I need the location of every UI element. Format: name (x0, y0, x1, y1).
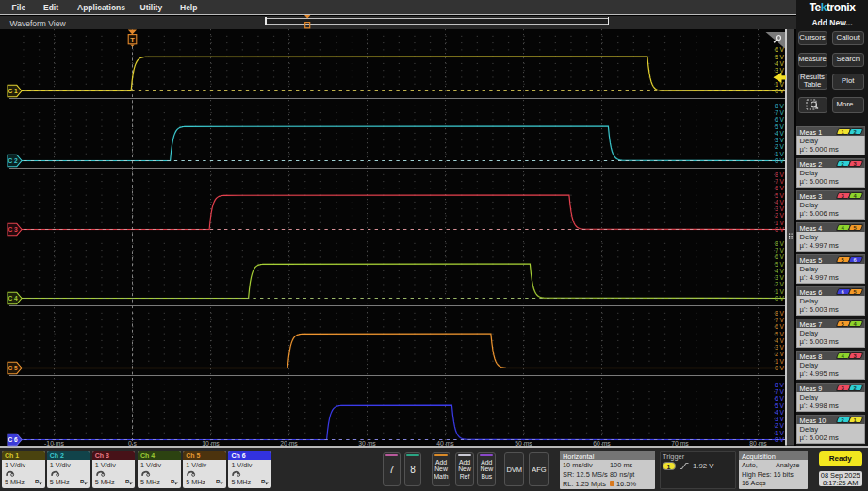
svg-text:2 V: 2 V (775, 212, 784, 219)
svg-text:2 V: 2 V (775, 143, 784, 150)
svg-text:2 V: 2 V (775, 351, 784, 357)
svg-text:7 V: 7 V (775, 178, 784, 185)
svg-text:R: R (125, 479, 130, 484)
svg-text:3 V: 3 V (775, 137, 784, 143)
svg-text:8 V: 8 V (775, 382, 784, 388)
svg-text:8 V: 8 V (775, 172, 784, 178)
svg-text:4 V: 4 V (775, 130, 784, 137)
svg-text:60 ms: 60 ms (593, 440, 611, 447)
svg-text:R: R (80, 479, 85, 484)
svg-text:2 V: 2 V (775, 281, 784, 287)
svg-text:50 ms: 50 ms (515, 440, 532, 447)
svg-text:70 ms: 70 ms (671, 440, 689, 447)
svg-text:6 V: 6 V (775, 46, 784, 53)
svg-text:4 V: 4 V (775, 409, 784, 416)
svg-text:5 V: 5 V (775, 261, 784, 268)
svg-text:1 V: 1 V (775, 288, 784, 295)
svg-text:6 V: 6 V (775, 323, 784, 330)
svg-text:1 V: 1 V (775, 151, 784, 157)
svg-text:2 V: 2 V (775, 422, 784, 429)
svg-text:C 5: C 5 (8, 365, 18, 371)
svg-text:R: R (216, 479, 221, 484)
svg-text:3 V: 3 V (775, 344, 784, 351)
svg-text:7 V: 7 V (775, 388, 784, 395)
svg-text:30 ms: 30 ms (358, 440, 376, 447)
svg-text:0 V: 0 V (775, 226, 784, 233)
svg-text:C 1: C 1 (8, 88, 18, 94)
svg-text:C 6: C 6 (8, 436, 18, 443)
svg-text:0 V: 0 V (775, 88, 784, 94)
svg-text:5 V: 5 V (775, 192, 784, 199)
svg-text:4 V: 4 V (775, 337, 784, 344)
svg-text:0 V: 0 V (775, 365, 784, 371)
svg-text:0 V: 0 V (775, 436, 784, 443)
svg-text:4 V: 4 V (775, 199, 784, 205)
svg-text:0 V: 0 V (775, 157, 784, 164)
svg-text:5 V: 5 V (775, 123, 784, 130)
svg-text:C 2: C 2 (8, 157, 18, 164)
svg-text:T: T (130, 36, 135, 44)
svg-text:0 V: 0 V (775, 295, 784, 302)
svg-text:20 ms: 20 ms (280, 440, 298, 447)
svg-text:3 V: 3 V (775, 416, 784, 422)
svg-text:R: R (35, 479, 40, 484)
svg-text:3 V: 3 V (775, 67, 784, 74)
svg-text:6 V: 6 V (775, 185, 784, 191)
svg-text:10 ms: 10 ms (202, 440, 220, 447)
svg-text:1 V: 1 V (775, 358, 784, 365)
svg-text:-10 ms: -10 ms (44, 440, 64, 447)
svg-text:4 V: 4 V (775, 60, 784, 67)
svg-text:3 V: 3 V (775, 205, 784, 212)
svg-text:8 V: 8 V (775, 310, 784, 317)
svg-text:80 ms: 80 ms (749, 440, 767, 447)
svg-text:6 V: 6 V (775, 395, 784, 401)
svg-text:4 V: 4 V (775, 268, 784, 274)
svg-text:6 V: 6 V (775, 254, 784, 260)
svg-text:1 V: 1 V (775, 220, 784, 226)
svg-text:7 V: 7 V (775, 317, 784, 323)
svg-text:5 V: 5 V (775, 331, 784, 337)
svg-text:7 V: 7 V (775, 109, 784, 116)
svg-text:6 V: 6 V (775, 116, 784, 123)
svg-text:1 V: 1 V (775, 430, 784, 436)
svg-text:7 V: 7 V (775, 247, 784, 254)
svg-text:3 V: 3 V (775, 274, 784, 281)
svg-text:5 V: 5 V (775, 54, 784, 60)
svg-text:C 3: C 3 (8, 226, 18, 233)
svg-text:8 V: 8 V (775, 103, 784, 109)
svg-text:1 V: 1 V (775, 81, 784, 88)
svg-text:C 4: C 4 (8, 295, 18, 302)
svg-text:R: R (261, 479, 266, 484)
svg-text:8 V: 8 V (775, 240, 784, 247)
svg-text:0 s: 0 s (128, 440, 138, 447)
svg-text:R: R (171, 479, 175, 484)
svg-text:5 V: 5 V (775, 402, 784, 409)
svg-text:40 ms: 40 ms (436, 440, 454, 447)
